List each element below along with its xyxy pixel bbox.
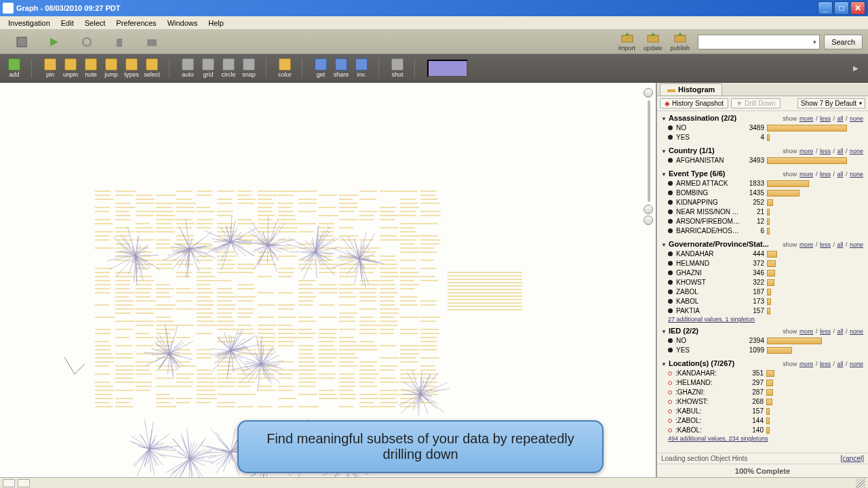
select-button[interactable]: select — [142, 58, 162, 78]
link-all[interactable]: all — [837, 115, 843, 122]
link-less[interactable]: less — [820, 148, 831, 155]
grid-button[interactable]: grid — [198, 58, 218, 78]
menu-investigation[interactable]: Investigation — [3, 18, 56, 28]
histogram-row[interactable]: :KHOWST:268 — [661, 397, 864, 407]
histogram-tab[interactable]: Histogram — [660, 83, 722, 95]
link-more[interactable]: more — [800, 115, 814, 122]
toolbar-icon-1[interactable] — [11, 33, 33, 52]
section-title[interactable]: IED (2/2) — [669, 327, 698, 335]
inv-button[interactable]: inv. — [351, 58, 372, 78]
link-all[interactable]: all — [837, 241, 843, 248]
menu-windows[interactable]: Windows — [162, 18, 203, 28]
search-dropdown-icon[interactable]: ▾ — [810, 39, 819, 45]
histogram-row[interactable]: KHOWST322 — [661, 278, 864, 287]
selection-preview[interactable] — [427, 60, 468, 77]
circle-button[interactable]: circle — [218, 58, 239, 78]
snap-button[interactable]: snap — [239, 58, 259, 78]
history-snapshot-button[interactable]: ◆History Snapshot — [660, 98, 728, 108]
minimize-button[interactable]: _ — [818, 1, 833, 15]
link-none[interactable]: none — [850, 115, 863, 122]
zoom-out-icon[interactable] — [644, 216, 653, 225]
link-none[interactable]: none — [850, 361, 863, 367]
link-more[interactable]: more — [800, 171, 814, 178]
menu-help[interactable]: Help — [203, 18, 229, 28]
histogram-row[interactable]: BOMBING1435 — [661, 188, 864, 198]
histogram-row[interactable]: KIDNAPPING252 — [661, 198, 864, 207]
search-input[interactable]: ▾ — [698, 35, 820, 49]
histogram-row[interactable]: :KABOL:140 — [661, 426, 864, 435]
toolbar-icon-folder[interactable] — [141, 33, 163, 52]
link-none[interactable]: none — [850, 328, 863, 335]
histogram-row[interactable]: NO3489 — [661, 123, 864, 133]
section-title[interactable]: Governorate/Province/Stat... — [669, 240, 769, 248]
link-all[interactable]: all — [837, 361, 843, 367]
link-none[interactable]: none — [850, 148, 863, 155]
additional-values-link[interactable]: 27 additional values, 1 singleton — [661, 316, 864, 323]
status-icon-2[interactable] — [18, 479, 30, 487]
additional-values-link[interactable]: 494 additional values, 234 singletons — [661, 435, 864, 442]
jump-button[interactable]: jump — [101, 58, 121, 78]
zoom-fit-icon[interactable] — [644, 88, 653, 98]
section-toggle-icon[interactable]: ▼ — [661, 116, 667, 122]
zoom-slider[interactable] — [644, 88, 654, 224]
share-button[interactable]: share — [331, 58, 351, 78]
update-button[interactable]: update — [644, 33, 663, 52]
note-button[interactable]: note — [81, 58, 101, 78]
section-toggle-icon[interactable]: ▼ — [661, 171, 667, 178]
toolbar-icon-refresh[interactable] — [76, 33, 98, 52]
add-button[interactable]: add — [4, 58, 24, 78]
link-less[interactable]: less — [820, 328, 831, 335]
maximize-button[interactable]: □ — [834, 1, 849, 15]
section-toggle-icon[interactable]: ▼ — [661, 361, 667, 367]
section-toggle-icon[interactable]: ▼ — [661, 329, 667, 335]
shot-button[interactable]: shot — [387, 58, 408, 78]
link-more[interactable]: more — [800, 361, 814, 367]
section-title[interactable]: Event Type (6/6) — [669, 169, 726, 178]
histogram-row[interactable]: ARSON/FIREBOMBING12 — [661, 217, 864, 226]
get-button[interactable]: get — [311, 58, 331, 78]
histogram-row[interactable]: GHAZNI346 — [661, 268, 864, 278]
link-all[interactable]: all — [837, 148, 843, 155]
close-button[interactable]: ✕ — [850, 1, 865, 15]
histogram-row[interactable]: PAKTIA157 — [661, 306, 864, 316]
show-default-dropdown[interactable]: Show 7 By Default — [797, 98, 865, 108]
link-none[interactable]: none — [850, 241, 863, 248]
link-less[interactable]: less — [820, 241, 831, 248]
section-title[interactable]: Location(s) (7/267) — [669, 359, 734, 367]
link-all[interactable]: all — [837, 171, 843, 178]
histogram-row[interactable]: :ZABOL:144 — [661, 416, 864, 426]
unpin-button[interactable]: unpin — [60, 58, 81, 78]
link-more[interactable]: more — [800, 328, 814, 335]
drill-down-button[interactable]: ▼Drill Down — [731, 98, 780, 108]
search-button[interactable]: Search — [824, 35, 863, 49]
histogram-row[interactable]: BARRICADE/HOSTAGE6 — [661, 226, 864, 236]
link-less[interactable]: less — [820, 171, 831, 178]
toolbar-icon-trash[interactable] — [108, 33, 130, 52]
histogram-row[interactable]: KABOL173 — [661, 297, 864, 306]
histogram-row[interactable]: YES1099 — [661, 346, 864, 355]
histogram-body[interactable]: ▼Assassination (2/2)show more / less / a… — [657, 111, 868, 453]
toolbar-expand-icon[interactable]: ▶ — [853, 64, 861, 72]
histogram-row[interactable]: KANDAHAR444 — [661, 249, 864, 259]
menu-select[interactable]: Select — [79, 18, 111, 28]
histogram-row[interactable]: :HELMAND:297 — [661, 378, 864, 388]
histogram-row[interactable]: :KANDAHAR:351 — [661, 369, 864, 378]
histogram-row[interactable]: AFGHANISTAN3493 — [661, 156, 864, 165]
zoom-in-icon[interactable] — [644, 205, 653, 214]
cancel-link[interactable]: [cancel] — [841, 455, 864, 462]
pin-button[interactable]: pin — [40, 58, 60, 78]
histogram-row[interactable]: YES4 — [661, 133, 864, 142]
link-all[interactable]: all — [837, 328, 843, 335]
section-title[interactable]: Assassination (2/2) — [669, 114, 736, 122]
link-less[interactable]: less — [820, 361, 831, 367]
color-button[interactable]: color — [275, 58, 295, 78]
menu-preferences[interactable]: Preferences — [111, 18, 161, 28]
publish-button[interactable]: publish — [671, 33, 690, 52]
section-title[interactable]: Country (1/1) — [669, 146, 715, 155]
histogram-row[interactable]: ZABOL187 — [661, 287, 864, 297]
menu-edit[interactable]: Edit — [56, 18, 79, 28]
toolbar-icon-play[interactable] — [43, 33, 65, 52]
histogram-row[interactable]: NO2394 — [661, 336, 864, 346]
types-button[interactable]: types — [121, 58, 142, 78]
import-button[interactable]: import — [618, 33, 635, 52]
